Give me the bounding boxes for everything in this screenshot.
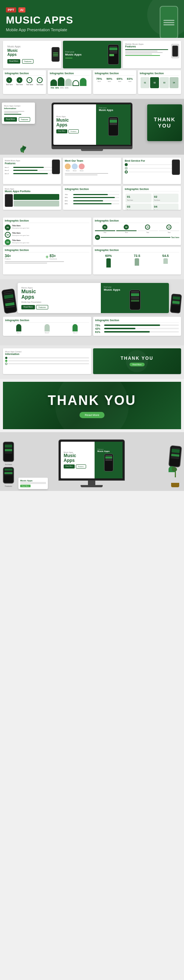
infographic-item: 4 Text here bbox=[35, 77, 45, 86]
stat-34: 34+ Features bbox=[5, 254, 45, 260]
grid-item-3: 03 Text here bbox=[125, 204, 152, 210]
slide-find-title: Music Apps bbox=[65, 53, 108, 56]
thank-you-big-slide: THANK YOU Read More bbox=[3, 382, 181, 429]
header-banner: PPT AI MUSIC APPS Mobile App Presentatio… bbox=[0, 0, 184, 38]
slide-infographic-1[interactable]: Infographic Section 1 Text here 2 Text h… bbox=[3, 70, 46, 94]
team-avatars: Name Name Name bbox=[65, 164, 119, 172]
monitor-neck bbox=[88, 480, 95, 485]
left-phone-1 bbox=[3, 442, 14, 462]
scatter-row-1: Music Apps MusicApps Mobile App Presenta… bbox=[3, 283, 181, 313]
scatter-read-btn[interactable]: Read More bbox=[21, 305, 35, 309]
slide-infographic-2[interactable]: Infographic Section 75% 90% bbox=[48, 70, 91, 94]
scatter-green-panel: Find your Music Apps bbox=[101, 283, 169, 313]
archive-label: Archives bbox=[3, 463, 14, 466]
scatter-row-2: Infographic Section Item 1 Item 2 Item 3… bbox=[3, 317, 181, 336]
arch-3 bbox=[65, 79, 72, 86]
infographic-row-2: Infographic Section 34+ Features + 83+ D… bbox=[3, 247, 181, 275]
thank-you-panel: THANK YOU bbox=[147, 104, 182, 141]
service-phone bbox=[172, 159, 180, 175]
scatter-infographic-left[interactable]: Infographic Section Item 1 Item 2 Item 3 bbox=[3, 317, 91, 336]
right-group bbox=[169, 446, 181, 487]
slide-best-service[interactable]: Best Service For bbox=[123, 158, 181, 184]
monitor-content-left: Music Apps MusicApps Read More Features bbox=[61, 442, 94, 479]
infographic-title-2: Infographic Section bbox=[50, 72, 89, 76]
scatter-hero-slide[interactable]: Music Apps MusicApps Mobile App Presenta… bbox=[18, 283, 169, 313]
slide-mobile-features[interactable]: Mobile Music Apps Features Item 1 75% It… bbox=[3, 158, 61, 184]
scatter-infographic-r-title: Infographic Section bbox=[95, 319, 179, 323]
slide-thumb-features[interactable]: Mobile Music Apps Features bbox=[123, 41, 181, 68]
pct-stats-row: 60% 72.5 54.5 bbox=[95, 254, 179, 267]
horiz-2: 02 Text bbox=[116, 224, 136, 233]
scatter-phone bbox=[130, 290, 141, 310]
slide-infographic-pct[interactable]: Infographic Section 75% 90% 65% bbox=[63, 186, 121, 210]
infographic-title-4: Infographic Section bbox=[140, 72, 179, 76]
slide-meet-team[interactable]: Meet Our Team Name Name Name bbox=[63, 158, 121, 184]
infographic-squares: 01 02 03 04 bbox=[140, 77, 179, 88]
monitor-screen-content: Music Apps MusicApps Read More Features … bbox=[61, 442, 123, 479]
stats-numbers: 75% label 90% label 65% label 83% label bbox=[95, 77, 134, 82]
infographic-pct-title: Infographic Section bbox=[65, 188, 119, 191]
numbered-list-1: 01 Title Here Description text goes here… bbox=[5, 224, 90, 245]
ppt-badge: PPT bbox=[6, 7, 16, 13]
laptop-content-left: Music Apps MusicApps Read More Features bbox=[53, 104, 96, 145]
monitor-section: Archives Features Music Apps MusicApps R… bbox=[0, 432, 184, 491]
monitor-base bbox=[81, 485, 103, 487]
laptop-screen: Music Apps MusicApps Read More Features … bbox=[51, 102, 133, 146]
thank-you-big-text: THANK YOU bbox=[48, 393, 136, 408]
slide-thumb-hero[interactable]: Music Apps MusicApps Read More Features bbox=[3, 41, 61, 68]
laptop-read-more-btn[interactable]: Read More bbox=[56, 129, 67, 134]
monitor-wrap: Music Apps MusicApps Read More Features … bbox=[59, 439, 125, 487]
stat-83: 83+ Downloads bbox=[50, 254, 90, 260]
contact-btn[interactable]: Read More bbox=[4, 117, 17, 122]
scatter-infographic-right[interactable]: Infographic Section 75% 42% 61% bbox=[93, 317, 181, 336]
slides-row-1: Music Apps MusicApps Read More Features bbox=[3, 41, 181, 68]
portfolio-title: Music Apps Portfolio bbox=[5, 190, 59, 192]
monitor-features-btn[interactable]: Features bbox=[76, 465, 86, 468]
phone-line-3 bbox=[163, 24, 174, 25]
slides-row-5: Music Apps Contact Information bbox=[3, 348, 181, 374]
slide-infographic-3[interactable]: Infographic Section 75% label 90% label … bbox=[93, 70, 136, 94]
slide-thumb-green-find[interactable]: Find your Music Apps bbox=[63, 41, 121, 68]
header-top: PPT AI bbox=[6, 7, 178, 13]
stat-1: 75% label bbox=[95, 77, 104, 82]
slide-read-more-btn[interactable]: Read More bbox=[7, 59, 20, 64]
slide-phone-mockup bbox=[108, 45, 119, 65]
slides-section-1: Music Apps MusicApps Read More Features bbox=[0, 38, 184, 99]
monitor-green-panel: Find your Music Apps bbox=[94, 442, 123, 479]
list-item: 01 Title Here Description text goes here bbox=[5, 224, 90, 231]
contact-outline-btn[interactable]: Features bbox=[19, 117, 30, 122]
slide-stats-big[interactable]: Infographic Section 34+ Features + 83+ D… bbox=[3, 247, 91, 275]
laptop-green-panel: Find your Music Apps bbox=[96, 104, 131, 145]
infographic-title-3: Infographic Section bbox=[95, 72, 134, 76]
header-title: MUSIC APPS bbox=[6, 15, 178, 26]
slide-num-horiz-1[interactable]: Infographic Section 01 Text 02 Text 03 bbox=[93, 218, 181, 245]
stat-2: 90% label bbox=[105, 77, 114, 82]
slide-thank-you-green[interactable]: THANK YOU Read More bbox=[93, 348, 181, 374]
slide-features-btn[interactable]: Features bbox=[22, 59, 34, 64]
infographic-circle: 1 bbox=[6, 77, 12, 83]
slide-num-list-1[interactable]: Infographic Section 01 Title Here Descri… bbox=[3, 218, 91, 245]
laptop-section: Music Apps Contact Information Read More… bbox=[0, 99, 184, 155]
slide-ty-btn[interactable]: Read More bbox=[130, 363, 145, 366]
thank-you-big-btn[interactable]: Read More bbox=[80, 412, 104, 418]
scatter-features-btn[interactable]: Features bbox=[36, 305, 49, 309]
phone-line-2 bbox=[163, 22, 174, 23]
slide-infographic-numbered[interactable]: Infographic Section 01 Text here 02 Text… bbox=[123, 186, 181, 210]
slide-pct-stats[interactable]: Infographic Section 60% 72.5 54.5 bbox=[93, 247, 181, 275]
slides-row-2: Infographic Section 1 Text here 2 Text h… bbox=[3, 70, 181, 94]
slide-ty-text: THANK YOU bbox=[121, 356, 154, 361]
infographic-title-1: Infographic Section bbox=[5, 72, 44, 76]
laptop-stand bbox=[81, 149, 103, 151]
slide-infographic-4[interactable]: Infographic Section 01 02 03 04 bbox=[138, 70, 181, 94]
laptop-features-btn[interactable]: Features bbox=[69, 129, 79, 134]
slide-mini-phone bbox=[51, 47, 59, 62]
phone-line-1 bbox=[163, 20, 174, 21]
slide-portfolio[interactable]: Music Apps Music Apps Portfolio bbox=[3, 186, 61, 210]
infographic-item: 3 Text here bbox=[25, 77, 34, 86]
slide-contact-info[interactable]: Music Apps Contact Information bbox=[3, 348, 91, 374]
monitor-read-btn[interactable]: Read More bbox=[64, 465, 75, 468]
monitor-phone bbox=[104, 454, 114, 471]
list-item: 04 Title Here Description text goes here bbox=[5, 239, 90, 245]
grid-item-1: 01 Text here bbox=[125, 194, 152, 202]
scatter-infographic-l-title: Infographic Section bbox=[5, 319, 89, 323]
